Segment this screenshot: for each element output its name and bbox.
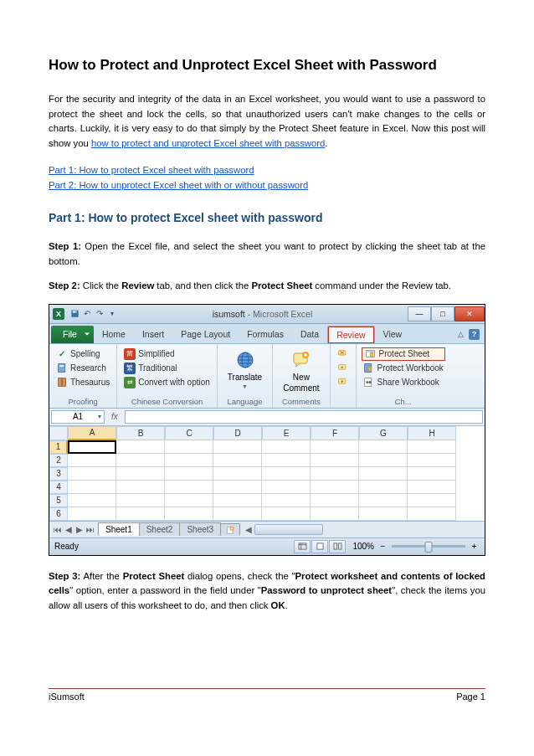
cell[interactable]	[213, 481, 262, 494]
protect-sheet-button[interactable]: Protect Sheet	[362, 347, 445, 361]
tab-data[interactable]: Data	[292, 326, 327, 343]
tab-nav-prev-icon[interactable]: ◀	[63, 525, 74, 534]
cell[interactable]	[311, 481, 359, 494]
cell[interactable]	[165, 440, 213, 454]
cell[interactable]	[213, 454, 262, 467]
intro-link[interactable]: how to protect and unprotect Excel sheet…	[91, 138, 325, 148]
col-header[interactable]: A	[68, 426, 116, 440]
minimize-button[interactable]: —	[408, 306, 431, 321]
view-pagelayout-button[interactable]	[311, 540, 328, 553]
cell[interactable]	[165, 467, 213, 481]
traditional-button[interactable]: 繁Traditional	[122, 362, 212, 375]
share-workbook-button[interactable]: Share Workbook	[362, 376, 445, 389]
tab-home[interactable]: Home	[94, 326, 134, 343]
cell[interactable]	[359, 467, 408, 481]
undo-icon[interactable]: ↶	[82, 309, 92, 319]
simplified-button[interactable]: 简Simplified	[122, 347, 212, 361]
select-all-corner[interactable]	[49, 426, 68, 440]
cell[interactable]	[116, 454, 165, 467]
redo-icon[interactable]: ↷	[95, 309, 105, 319]
help-icon[interactable]: ?	[469, 329, 480, 340]
zoom-in-button[interactable]: +	[469, 541, 480, 552]
cell[interactable]	[213, 467, 262, 481]
toc-link-part2[interactable]: Part 2: How to unprotect Excel sheet wit…	[49, 177, 485, 193]
formula-input[interactable]	[125, 410, 483, 424]
row-header[interactable]: 3	[49, 467, 68, 481]
cell[interactable]	[68, 440, 116, 454]
cell[interactable]	[408, 481, 456, 494]
cell[interactable]	[262, 440, 311, 454]
name-box[interactable]: A1	[51, 410, 105, 424]
cell[interactable]	[116, 507, 165, 521]
cell[interactable]	[359, 507, 408, 521]
cell[interactable]	[408, 440, 456, 454]
cell[interactable]	[116, 494, 165, 507]
cell[interactable]	[262, 507, 311, 521]
cell[interactable]	[359, 454, 408, 467]
tab-page-layout[interactable]: Page Layout	[172, 326, 239, 343]
col-header[interactable]: B	[116, 426, 165, 440]
cell[interactable]	[165, 507, 213, 521]
row-header[interactable]: 5	[49, 494, 68, 507]
cell[interactable]	[262, 494, 311, 507]
tab-insert[interactable]: Insert	[134, 326, 172, 343]
col-header[interactable]: E	[262, 426, 311, 440]
cell[interactable]	[408, 507, 456, 521]
col-header[interactable]: C	[165, 426, 213, 440]
row-header[interactable]: 6	[49, 507, 68, 521]
next-comment-button[interactable]	[336, 376, 351, 389]
cell[interactable]	[311, 494, 359, 507]
cell[interactable]	[68, 467, 116, 481]
cell[interactable]	[213, 494, 262, 507]
fx-icon[interactable]: fx	[106, 409, 123, 425]
zoom-out-button[interactable]: −	[377, 541, 388, 552]
cell[interactable]	[359, 440, 408, 454]
tab-view[interactable]: View	[375, 326, 411, 343]
qat-dropdown-icon[interactable]: ▼	[107, 309, 117, 319]
cell[interactable]	[262, 467, 311, 481]
cell[interactable]	[262, 481, 311, 494]
cell[interactable]	[68, 507, 116, 521]
tab-nav-first-icon[interactable]: ⏮	[52, 525, 63, 534]
cell[interactable]	[165, 481, 213, 494]
convert-option-button[interactable]: ⇄Convert with option	[122, 376, 212, 389]
save-icon[interactable]	[69, 309, 80, 319]
sheet-tab-sheet2[interactable]: Sheet2	[139, 522, 181, 536]
col-header[interactable]: F	[311, 426, 359, 440]
view-pagebreak-button[interactable]	[329, 540, 346, 553]
translate-button[interactable]: Translate ▼	[223, 347, 267, 391]
col-header[interactable]: G	[359, 426, 408, 440]
cell[interactable]	[359, 481, 408, 494]
cell[interactable]	[68, 454, 116, 467]
prev-comment-button[interactable]	[336, 362, 351, 375]
tab-file[interactable]: File	[51, 326, 94, 343]
cell[interactable]	[165, 494, 213, 507]
ribbon-collapse-icon[interactable]: △	[458, 330, 464, 338]
tab-review[interactable]: Review	[327, 326, 374, 343]
view-normal-button[interactable]	[294, 540, 311, 553]
row-header[interactable]: 2	[49, 454, 68, 467]
cell[interactable]	[262, 454, 311, 467]
row-header[interactable]: 4	[49, 481, 68, 494]
cell[interactable]	[116, 481, 165, 494]
sheet-tab-sheet3[interactable]: Sheet3	[179, 522, 221, 536]
cell[interactable]	[311, 440, 359, 454]
toc-link-part1[interactable]: Part 1: How to protect Excel sheet with …	[49, 162, 485, 177]
cell[interactable]	[311, 467, 359, 481]
zoom-slider[interactable]	[392, 545, 465, 548]
cell[interactable]	[408, 494, 456, 507]
cell[interactable]	[408, 454, 456, 467]
new-comment-button[interactable]: New Comment	[278, 347, 324, 394]
cell[interactable]	[408, 467, 456, 481]
row-header[interactable]: 1	[49, 440, 68, 454]
cell[interactable]	[213, 440, 262, 454]
cell[interactable]	[116, 467, 165, 481]
cell[interactable]	[359, 494, 408, 507]
new-sheet-button[interactable]	[220, 523, 240, 536]
spelling-button[interactable]: ✓Spelling	[54, 347, 111, 361]
sheet-tab-sheet1[interactable]: Sheet1	[98, 522, 140, 536]
cell[interactable]	[311, 454, 359, 467]
tab-nav-last-icon[interactable]: ⏭	[85, 525, 95, 534]
col-header[interactable]: D	[213, 426, 262, 440]
protect-workbook-button[interactable]: Protect Workbook	[362, 362, 445, 375]
